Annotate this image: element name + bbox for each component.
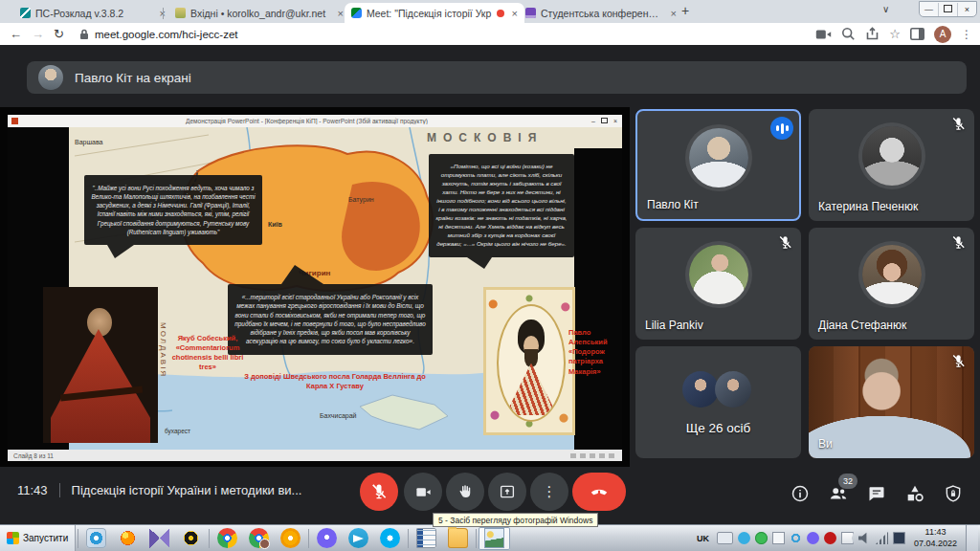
back-button[interactable]: ←: [10, 27, 22, 41]
more-vertical-icon: ⋮: [543, 483, 557, 500]
tray-abbyy-icon[interactable]: [824, 532, 836, 544]
address-bar[interactable]: meet.google.com/hci-jecc-zet: [79, 29, 238, 40]
host-controls-button[interactable]: [942, 482, 965, 505]
language-indicator[interactable]: UK: [694, 534, 712, 543]
tray-clipboard-icon[interactable]: [772, 532, 785, 544]
ppt-close-button[interactable]: ×: [613, 118, 617, 124]
tab-close-icon[interactable]: ×: [671, 8, 677, 19]
chat-icon: [867, 484, 886, 503]
participant-tile-pavlo[interactable]: Павло Кіт: [635, 109, 801, 221]
browser-chrome: ПС-Розклад v.3.8.2 × Вхідні • korolko_an…: [0, 0, 980, 45]
powerpoint-window-controls: – ×: [591, 118, 617, 124]
camera-in-use-icon[interactable]: [815, 29, 832, 40]
taskbar-separator: [308, 529, 309, 548]
window-close-button[interactable]: ×: [957, 3, 976, 16]
taskbar-chrome-profile-button[interactable]: [243, 527, 275, 550]
bookmark-star-icon[interactable]: ☆: [889, 27, 901, 41]
display-icon[interactable]: [893, 532, 905, 544]
participant-tile-you[interactable]: Ви: [809, 346, 974, 458]
browser-menu-icon[interactable]: ⋮: [961, 28, 972, 41]
powerpoint-window: Демонстрація PowerPoint - [Конференція К…: [8, 115, 622, 461]
ppt-maximize-button[interactable]: [601, 118, 608, 124]
taskbar-viber-button[interactable]: [311, 527, 343, 550]
new-tab-button[interactable]: +: [681, 3, 689, 18]
show-desktop-button[interactable]: [966, 525, 978, 551]
volume-icon[interactable]: [858, 532, 871, 544]
participant-tile-lilia[interactable]: Lilia Pankiv: [635, 228, 801, 340]
mic-toggle-button[interactable]: [360, 473, 398, 511]
side-panel-icon[interactable]: [910, 28, 924, 40]
meet-main: Павло Кіт на екрані Демонстрація PowerPo…: [0, 45, 980, 524]
participant-tile-others[interactable]: Ще 26 осіб: [635, 346, 801, 458]
participant-name: Катерина Печенюк: [818, 200, 918, 213]
taskbar-explorer-button[interactable]: [442, 527, 474, 550]
toolbar-icons: ☆ A ⋮: [815, 26, 972, 43]
taskbar-firefox-button[interactable]: [112, 527, 144, 550]
taskbar-photo-viewer-button[interactable]: [479, 527, 510, 550]
map-label-kyiv: Київ: [268, 221, 282, 228]
folder-icon: [448, 528, 468, 548]
firefox-icon: [118, 528, 138, 548]
taskbar-wmp-button[interactable]: [80, 527, 112, 550]
taskbar-separator: [408, 529, 409, 548]
taskbar-word-button[interactable]: [411, 527, 442, 550]
participants-button[interactable]: 32: [827, 482, 850, 505]
tab-title: Meet: "Підсекція історії Укр: [367, 8, 492, 19]
forward-button[interactable]: →: [32, 27, 44, 41]
photo-viewer-icon: [484, 528, 504, 548]
tray-clock[interactable]: 11:43 07.04.2022: [910, 527, 961, 549]
tray-antivirus-icon[interactable]: [755, 532, 768, 544]
divider: [59, 483, 60, 497]
camera-toggle-button[interactable]: [404, 473, 442, 511]
tray-date: 07.04.2022: [914, 539, 957, 549]
meeting-title: Підсекція історії України і методики ви.…: [72, 483, 302, 497]
profile-avatar[interactable]: A: [934, 26, 951, 43]
forms-favicon-icon: [525, 8, 536, 18]
tab-search-chevron-icon[interactable]: ∨: [882, 4, 889, 14]
action-center-flag-icon[interactable]: [841, 532, 854, 544]
share-icon[interactable]: [865, 27, 880, 41]
tab-meet-active[interactable]: Meet: "Підсекція історії Укр ×: [345, 3, 524, 23]
mic-off-icon: [777, 234, 793, 251]
participant-tile-diana[interactable]: Діана Стефанюк: [809, 228, 974, 340]
tab-close-icon[interactable]: ×: [512, 8, 518, 19]
tray-telegram-icon[interactable]: [738, 532, 750, 544]
quote-block-left: "..Майже усі вони Русі походження ведуть…: [84, 175, 262, 245]
ppt-minimize-button[interactable]: –: [591, 118, 595, 124]
meeting-details-button[interactable]: [789, 482, 812, 505]
activities-icon: [904, 483, 925, 504]
participant-tile-kateryna[interactable]: Катерина Печенюк: [809, 109, 974, 221]
zoom-icon[interactable]: [841, 27, 856, 41]
aimp-icon: [181, 528, 201, 548]
raise-hand-button[interactable]: [446, 473, 484, 511]
view-buttons[interactable]: [570, 453, 614, 458]
chat-button[interactable]: [865, 482, 888, 505]
tray-viber-icon[interactable]: [807, 532, 819, 544]
taskbar-kmplayer-button[interactable]: [144, 527, 175, 550]
chrome-canary-icon: [280, 528, 301, 548]
tray-updater-icon[interactable]: [790, 532, 802, 544]
taskbar-chrome-canary-button[interactable]: [275, 527, 306, 550]
keyboard-layout-icon[interactable]: [717, 532, 733, 544]
tab-mail[interactable]: Вхідні • korolko_andr@ukr.net ×: [168, 3, 350, 23]
taskbar-chrome-button[interactable]: [212, 527, 243, 550]
tab-forms[interactable]: Студентська конференція - підс ×: [519, 3, 683, 23]
tab-ps-rozklad[interactable]: ПС-Розклад v.3.8.2 ×: [13, 3, 172, 23]
taskbar-skype-button[interactable]: [374, 527, 406, 550]
leave-call-button[interactable]: [572, 473, 626, 511]
browser-toolbar: ← → ↻ meet.google.com/hci-jecc-zet: [0, 23, 980, 45]
present-button[interactable]: [488, 473, 526, 511]
tab-close-icon[interactable]: ×: [338, 8, 344, 19]
taskbar-telegram-button[interactable]: [343, 527, 374, 550]
network-signal-icon[interactable]: [876, 532, 888, 544]
start-button[interactable]: Запустити: [0, 525, 76, 551]
participant-avatar: [689, 128, 748, 187]
mic-off-icon: [950, 234, 967, 251]
info-icon: [791, 484, 810, 503]
window-minimize-button[interactable]: —: [920, 3, 938, 16]
activities-button[interactable]: [903, 482, 926, 505]
more-options-button[interactable]: ⋮: [530, 473, 568, 511]
reload-button[interactable]: ↻: [54, 27, 64, 41]
taskbar-aimp-button[interactable]: [175, 527, 207, 550]
window-maximize-button[interactable]: [938, 3, 957, 16]
